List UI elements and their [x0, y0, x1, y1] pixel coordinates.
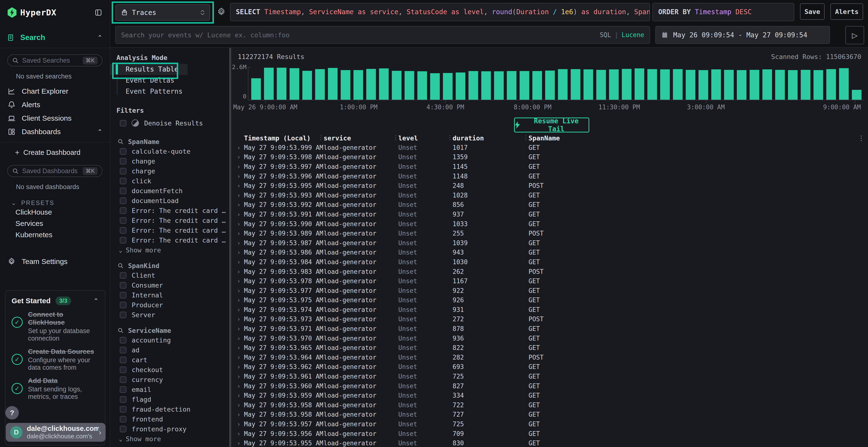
table-row[interactable]: ›May 27 9:09:53.971 AMload-generatorUnse… [232, 324, 868, 334]
filter-group-header[interactable]: ServiceName [110, 325, 231, 335]
row-expand-chevron-icon[interactable]: › [234, 220, 244, 228]
checkbox[interactable] [120, 272, 126, 279]
table-row[interactable]: ›May 27 9:09:53.986 AMload-generatorUnse… [232, 248, 868, 257]
checkbox[interactable] [120, 396, 126, 403]
row-expand-chevron-icon[interactable]: › [234, 211, 244, 218]
preset-kubernetes[interactable]: Kubernetes [0, 229, 110, 240]
sidebar-collapse-icon[interactable] [94, 8, 102, 16]
get-started-step[interactable]: ✓Add DataStart sending logs, metrics, or… [11, 377, 99, 401]
filter-item[interactable]: Producer [110, 300, 231, 310]
table-row[interactable]: ›May 27 9:09:53.991 AMload-generatorUnse… [232, 209, 868, 219]
checkbox[interactable] [120, 416, 126, 422]
get-started-step[interactable]: ✓Create Data SourcesConfigure where your… [11, 347, 99, 371]
table-row[interactable]: ›May 27 9:09:53.993 AMload-generatorUnse… [232, 191, 868, 200]
sidebar-item-dashboards[interactable]: Dashboards ⌃ [0, 125, 110, 138]
table-row[interactable]: ›May 27 9:09:53.983 AMload-generatorUnse… [232, 267, 868, 276]
table-row[interactable]: ›May 27 9:09:53.996 AMload-generatorUnse… [232, 171, 868, 181]
column-header-spanname[interactable]: ⋮SpanName [528, 134, 855, 142]
row-expand-chevron-icon[interactable]: › [234, 430, 244, 437]
table-row[interactable]: ›May 27 9:09:53.978 AMload-generatorUnse… [232, 276, 868, 286]
row-expand-chevron-icon[interactable]: › [234, 354, 244, 361]
checkbox[interactable] [120, 227, 126, 234]
filter-item[interactable]: charge [110, 166, 231, 176]
checkbox[interactable] [120, 302, 126, 308]
table-row[interactable]: ›May 27 9:09:53.987 AMload-generatorUnse… [232, 238, 868, 248]
table-row[interactable]: ›May 27 9:09:53.960 AMload-generatorUnse… [232, 381, 868, 391]
filter-item[interactable]: click [110, 176, 231, 186]
source-settings-gear-icon[interactable] [217, 7, 226, 16]
filter-item[interactable]: change [110, 156, 231, 166]
row-expand-chevron-icon[interactable]: › [234, 163, 244, 170]
row-expand-chevron-icon[interactable]: › [234, 277, 244, 285]
checkbox[interactable] [120, 237, 126, 243]
row-expand-chevron-icon[interactable]: › [234, 325, 244, 332]
row-expand-chevron-icon[interactable]: › [234, 344, 244, 351]
table-row[interactable]: ›May 27 9:09:53.965 AMload-generatorUnse… [232, 343, 868, 353]
get-started-header[interactable]: Get Started 3/3 ⌃ [11, 297, 99, 305]
table-row[interactable]: ›May 27 9:09:53.974 AMload-generatorUnse… [232, 305, 868, 314]
checkbox[interactable] [120, 178, 126, 184]
source-select[interactable]: Traces [116, 4, 210, 21]
filter-item[interactable]: cart [110, 355, 231, 365]
filter-item[interactable]: Error: The credit card … [110, 215, 231, 226]
filter-item[interactable]: frontend-proxy [110, 424, 231, 434]
table-row[interactable]: ›May 27 9:09:53.984 AMload-generatorUnse… [232, 257, 868, 267]
resume-live-tail-button[interactable]: Resume Live Tail [514, 117, 589, 133]
column-header-timestamp-local-[interactable]: Timestamp (Local) [244, 134, 323, 142]
filter-item[interactable]: checkout [110, 365, 231, 375]
table-row[interactable]: ›May 27 9:09:53.998 AMload-generatorUnse… [232, 152, 868, 162]
filter-item[interactable]: ad [110, 345, 231, 355]
row-expand-chevron-icon[interactable]: › [234, 268, 244, 275]
save-button[interactable]: Save [800, 3, 825, 20]
filter-item[interactable]: Error: The credit card … [110, 206, 231, 215]
alerts-button[interactable]: Alerts [830, 3, 863, 20]
table-row[interactable]: ›May 27 9:09:53.964 AMload-generatorUnse… [232, 353, 868, 362]
create-dashboard-button[interactable]: + Create Dashboard [0, 146, 110, 159]
table-row[interactable]: ›May 27 9:09:53.959 AMload-generatorUnse… [232, 391, 868, 400]
column-drag-handle[interactable]: ⋮ [318, 134, 323, 141]
column-drag-handle[interactable]: ⋮ [447, 134, 453, 141]
filter-item[interactable]: email [110, 385, 231, 394]
row-expand-chevron-icon[interactable]: › [234, 392, 244, 399]
filter-item[interactable]: Error: The credit card … [110, 235, 231, 245]
checkbox[interactable] [120, 282, 126, 288]
column-drag-handle[interactable]: ⋮ [523, 134, 528, 141]
saved-dashboards-input[interactable]: Saved Dashboards ⌘K [7, 165, 102, 177]
sidebar-item-alerts[interactable]: Alerts [0, 98, 110, 111]
sql-orderby-editor[interactable]: ORDER BY Timestamp DESC [652, 3, 794, 21]
checkbox[interactable] [120, 386, 126, 393]
row-expand-chevron-icon[interactable]: › [234, 182, 244, 189]
row-expand-chevron-icon[interactable]: › [234, 239, 244, 247]
checkbox[interactable] [120, 120, 126, 127]
row-expand-chevron-icon[interactable]: › [234, 259, 244, 266]
table-row[interactable]: ›May 27 9:09:53.961 AMload-generatorUnse… [232, 372, 868, 381]
get-started-step[interactable]: ✓Connect to ClickHouseSet up your databa… [11, 310, 99, 342]
checkbox[interactable] [120, 217, 126, 224]
checkbox[interactable] [120, 168, 126, 174]
lucene-mode-button[interactable]: Lucene [622, 31, 644, 38]
help-button[interactable]: ? [5, 406, 19, 419]
column-header-service[interactable]: ⋮service [323, 134, 398, 142]
scrollbar[interactable] [229, 48, 231, 447]
row-expand-chevron-icon[interactable]: › [234, 363, 244, 370]
checkbox[interactable] [120, 158, 126, 165]
table-row[interactable]: ›May 27 9:09:53.999 AMload-generatorUnse… [232, 143, 868, 152]
filter-item[interactable]: Error: The credit card … [110, 226, 231, 235]
row-expand-chevron-icon[interactable]: › [234, 173, 244, 180]
analysis-mode-results-table[interactable]: Results Table [110, 64, 188, 75]
filter-item[interactable]: fraud-detection [110, 404, 231, 414]
checkbox[interactable] [120, 357, 126, 363]
table-row[interactable]: ›May 27 9:09:53.956 AMload-generatorUnse… [232, 429, 868, 439]
row-expand-chevron-icon[interactable]: › [234, 306, 244, 313]
row-expand-chevron-icon[interactable]: › [234, 230, 244, 237]
saved-searches-input[interactable]: Saved Searches ⌘K [7, 55, 102, 66]
table-row[interactable]: ›May 27 9:09:53.973 AMload-generatorUnse… [232, 314, 868, 324]
table-row[interactable]: ›May 27 9:09:53.958 AMload-generatorUnse… [232, 410, 868, 419]
sidebar-item-chart-explorer[interactable]: Chart Explorer [0, 84, 110, 98]
column-drag-handle[interactable]: ⋮ [393, 134, 398, 141]
row-expand-chevron-icon[interactable]: › [234, 249, 244, 256]
table-row[interactable]: ›May 27 9:09:53.977 AMload-generatorUnse… [232, 286, 868, 296]
row-expand-chevron-icon[interactable]: › [234, 411, 244, 418]
show-more-button[interactable]: ⌄Show more [110, 434, 231, 444]
table-row[interactable]: ›May 27 9:09:53.997 AMload-generatorUnse… [232, 162, 868, 171]
